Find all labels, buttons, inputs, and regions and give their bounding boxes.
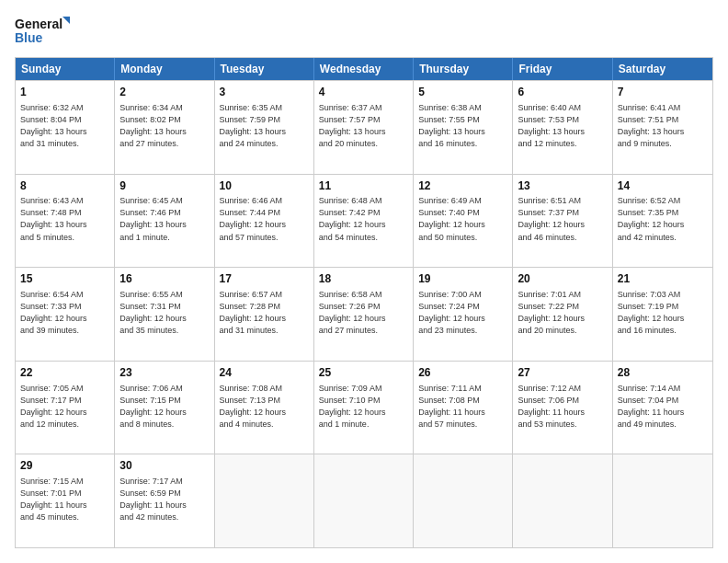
day-info: Sunrise: 6:52 AMSunset: 7:35 PMDaylight:… bbox=[618, 195, 708, 243]
day-cell-7: 7Sunrise: 6:41 AMSunset: 7:51 PMDaylight… bbox=[613, 81, 712, 174]
day-info: Sunrise: 7:06 AMSunset: 7:15 PMDaylight:… bbox=[119, 383, 209, 431]
header-day-friday: Friday bbox=[513, 58, 612, 80]
day-cell-22: 22Sunrise: 7:05 AMSunset: 7:17 PMDayligh… bbox=[16, 362, 115, 454]
day-info: Sunrise: 7:05 AMSunset: 7:17 PMDaylight:… bbox=[20, 383, 109, 431]
day-info: Sunrise: 6:45 AMSunset: 7:46 PMDaylight:… bbox=[119, 195, 209, 243]
day-cell-23: 23Sunrise: 7:06 AMSunset: 7:15 PMDayligh… bbox=[115, 362, 214, 454]
day-info: Sunrise: 7:08 AMSunset: 7:13 PMDaylight:… bbox=[220, 383, 309, 431]
day-cell-26: 26Sunrise: 7:11 AMSunset: 7:08 PMDayligh… bbox=[414, 362, 513, 454]
logo-svg: General Blue bbox=[15, 15, 70, 48]
day-cell-25: 25Sunrise: 7:09 AMSunset: 7:10 PMDayligh… bbox=[314, 362, 414, 454]
week-row-1: 1Sunrise: 6:32 AMSunset: 8:04 PMDaylight… bbox=[16, 80, 712, 174]
day-number: 20 bbox=[518, 271, 607, 287]
day-cell-8: 8Sunrise: 6:43 AMSunset: 7:48 PMDaylight… bbox=[16, 175, 115, 268]
empty-cell bbox=[314, 454, 414, 547]
day-number: 22 bbox=[20, 365, 109, 381]
day-number: 25 bbox=[319, 365, 408, 381]
day-number: 4 bbox=[319, 85, 408, 100]
logo: General Blue bbox=[15, 15, 70, 48]
day-cell-29: 29Sunrise: 7:15 AMSunset: 7:01 PMDayligh… bbox=[16, 454, 115, 547]
day-info: Sunrise: 6:55 AMSunset: 7:31 PMDaylight:… bbox=[119, 289, 209, 337]
day-number: 19 bbox=[418, 271, 507, 287]
empty-cell bbox=[215, 454, 314, 547]
day-number: 13 bbox=[518, 178, 607, 194]
day-number: 28 bbox=[618, 365, 708, 381]
day-info: Sunrise: 6:34 AMSunset: 8:02 PMDaylight:… bbox=[119, 102, 209, 150]
day-cell-30: 30Sunrise: 7:17 AMSunset: 6:59 PMDayligh… bbox=[115, 454, 214, 547]
day-cell-24: 24Sunrise: 7:08 AMSunset: 7:13 PMDayligh… bbox=[215, 362, 314, 454]
day-cell-16: 16Sunrise: 6:55 AMSunset: 7:31 PMDayligh… bbox=[115, 268, 214, 361]
day-info: Sunrise: 7:01 AMSunset: 7:22 PMDaylight:… bbox=[518, 289, 607, 337]
empty-cell bbox=[513, 454, 612, 547]
day-info: Sunrise: 6:49 AMSunset: 7:40 PMDaylight:… bbox=[418, 195, 507, 243]
day-cell-4: 4Sunrise: 6:37 AMSunset: 7:57 PMDaylight… bbox=[314, 81, 414, 174]
day-cell-12: 12Sunrise: 6:49 AMSunset: 7:40 PMDayligh… bbox=[414, 175, 513, 268]
day-number: 29 bbox=[20, 458, 109, 474]
day-cell-27: 27Sunrise: 7:12 AMSunset: 7:06 PMDayligh… bbox=[513, 362, 612, 454]
day-number: 11 bbox=[319, 178, 408, 194]
day-info: Sunrise: 6:48 AMSunset: 7:42 PMDaylight:… bbox=[319, 195, 408, 243]
day-info: Sunrise: 7:12 AMSunset: 7:06 PMDaylight:… bbox=[518, 383, 607, 431]
day-number: 30 bbox=[119, 458, 209, 474]
day-number: 9 bbox=[119, 178, 209, 194]
day-number: 16 bbox=[119, 271, 209, 287]
day-number: 10 bbox=[220, 178, 309, 194]
day-info: Sunrise: 6:51 AMSunset: 7:37 PMDaylight:… bbox=[518, 195, 607, 243]
day-number: 6 bbox=[518, 85, 607, 100]
day-cell-14: 14Sunrise: 6:52 AMSunset: 7:35 PMDayligh… bbox=[613, 175, 712, 268]
day-info: Sunrise: 6:43 AMSunset: 7:48 PMDaylight:… bbox=[20, 195, 109, 243]
day-number: 7 bbox=[618, 85, 708, 100]
day-number: 17 bbox=[220, 271, 309, 287]
header: General Blue bbox=[15, 15, 713, 48]
day-cell-17: 17Sunrise: 6:57 AMSunset: 7:28 PMDayligh… bbox=[215, 268, 314, 361]
day-cell-3: 3Sunrise: 6:35 AMSunset: 7:59 PMDaylight… bbox=[215, 81, 314, 174]
calendar-header: SundayMondayTuesdayWednesdayThursdayFrid… bbox=[16, 58, 712, 80]
header-day-saturday: Saturday bbox=[613, 58, 712, 80]
day-info: Sunrise: 6:37 AMSunset: 7:57 PMDaylight:… bbox=[319, 102, 408, 150]
day-info: Sunrise: 6:38 AMSunset: 7:55 PMDaylight:… bbox=[418, 102, 507, 150]
day-info: Sunrise: 7:17 AMSunset: 6:59 PMDaylight:… bbox=[119, 476, 209, 523]
empty-cell bbox=[414, 454, 513, 547]
day-info: Sunrise: 6:32 AMSunset: 8:04 PMDaylight:… bbox=[20, 102, 109, 150]
day-number: 5 bbox=[418, 85, 507, 100]
day-cell-5: 5Sunrise: 6:38 AMSunset: 7:55 PMDaylight… bbox=[414, 81, 513, 174]
day-cell-10: 10Sunrise: 6:46 AMSunset: 7:44 PMDayligh… bbox=[215, 175, 314, 268]
day-cell-11: 11Sunrise: 6:48 AMSunset: 7:42 PMDayligh… bbox=[314, 175, 414, 268]
day-cell-20: 20Sunrise: 7:01 AMSunset: 7:22 PMDayligh… bbox=[513, 268, 612, 361]
day-info: Sunrise: 6:35 AMSunset: 7:59 PMDaylight:… bbox=[220, 102, 309, 150]
day-info: Sunrise: 6:54 AMSunset: 7:33 PMDaylight:… bbox=[20, 289, 109, 337]
day-info: Sunrise: 6:58 AMSunset: 7:26 PMDaylight:… bbox=[319, 289, 408, 337]
week-row-2: 8Sunrise: 6:43 AMSunset: 7:48 PMDaylight… bbox=[16, 174, 712, 268]
week-row-3: 15Sunrise: 6:54 AMSunset: 7:33 PMDayligh… bbox=[16, 267, 712, 361]
day-cell-18: 18Sunrise: 6:58 AMSunset: 7:26 PMDayligh… bbox=[314, 268, 414, 361]
day-number: 1 bbox=[20, 85, 109, 100]
day-cell-1: 1Sunrise: 6:32 AMSunset: 8:04 PMDaylight… bbox=[16, 81, 115, 174]
day-number: 18 bbox=[319, 271, 408, 287]
day-info: Sunrise: 7:03 AMSunset: 7:19 PMDaylight:… bbox=[618, 289, 708, 337]
day-cell-13: 13Sunrise: 6:51 AMSunset: 7:37 PMDayligh… bbox=[513, 175, 612, 268]
day-info: Sunrise: 6:46 AMSunset: 7:44 PMDaylight:… bbox=[220, 195, 309, 243]
day-number: 14 bbox=[618, 178, 708, 194]
calendar: SundayMondayTuesdayWednesdayThursdayFrid… bbox=[15, 57, 713, 548]
empty-cell bbox=[613, 454, 712, 547]
day-cell-15: 15Sunrise: 6:54 AMSunset: 7:33 PMDayligh… bbox=[16, 268, 115, 361]
day-number: 12 bbox=[418, 178, 507, 194]
day-cell-21: 21Sunrise: 7:03 AMSunset: 7:19 PMDayligh… bbox=[613, 268, 712, 361]
svg-marker-2 bbox=[63, 17, 70, 24]
header-day-monday: Monday bbox=[115, 58, 214, 80]
calendar-body: 1Sunrise: 6:32 AMSunset: 8:04 PMDaylight… bbox=[16, 80, 712, 547]
day-cell-2: 2Sunrise: 6:34 AMSunset: 8:02 PMDaylight… bbox=[115, 81, 214, 174]
day-number: 3 bbox=[220, 85, 309, 100]
day-cell-9: 9Sunrise: 6:45 AMSunset: 7:46 PMDaylight… bbox=[115, 175, 214, 268]
header-day-wednesday: Wednesday bbox=[314, 58, 414, 80]
week-row-4: 22Sunrise: 7:05 AMSunset: 7:17 PMDayligh… bbox=[16, 361, 712, 454]
day-number: 24 bbox=[220, 365, 309, 381]
day-info: Sunrise: 7:15 AMSunset: 7:01 PMDaylight:… bbox=[20, 476, 109, 523]
day-number: 27 bbox=[518, 365, 607, 381]
header-day-tuesday: Tuesday bbox=[215, 58, 314, 80]
day-cell-28: 28Sunrise: 7:14 AMSunset: 7:04 PMDayligh… bbox=[613, 362, 712, 454]
header-day-sunday: Sunday bbox=[16, 58, 115, 80]
page: General Blue SundayMondayTuesdayWednesda… bbox=[0, 0, 728, 563]
day-number: 15 bbox=[20, 271, 109, 287]
day-number: 26 bbox=[418, 365, 507, 381]
